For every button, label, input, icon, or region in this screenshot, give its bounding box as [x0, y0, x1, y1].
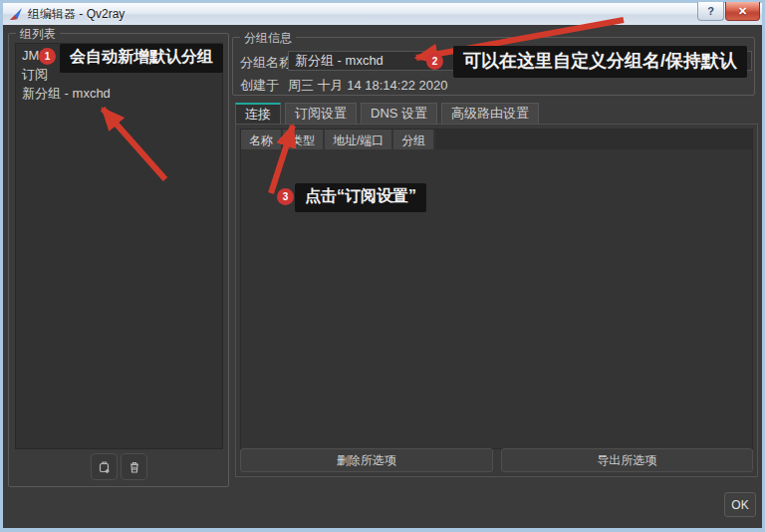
group-list-panel: 组列表 JMS 订阅 新分组 - mxchd: [8, 33, 229, 487]
dialog-client: 组列表 JMS 订阅 新分组 - mxchd: [3, 25, 762, 528]
tab-advanced-route-settings[interactable]: 高级路由设置: [441, 103, 539, 124]
titlebar: 组编辑器 - Qv2ray ? ✕: [3, 3, 762, 25]
help-button[interactable]: ?: [697, 2, 724, 21]
group-list-item-jms[interactable]: JMS: [16, 44, 222, 65]
group-list-label: 组列表: [16, 26, 60, 43]
group-list[interactable]: JMS 订阅 新分组 - mxchd: [15, 43, 223, 449]
add-group-icon: [98, 460, 112, 474]
connections-table-header: 名称 类型 地址/端口 分组: [241, 130, 752, 149]
delete-group-button[interactable]: [121, 453, 147, 480]
group-info-panel: 分组信息 分组名称 创建于 周三 十月 14 18:14:22 2020: [232, 37, 755, 96]
ok-button[interactable]: OK: [724, 492, 756, 517]
connections-table[interactable]: 名称 类型 地址/端口 分组: [240, 129, 753, 449]
connections-tab-page: 名称 类型 地址/端口 分组 删除所选项 导出所选项: [235, 124, 758, 477]
tab-connections[interactable]: 连接: [235, 103, 281, 124]
col-name[interactable]: 名称: [241, 130, 283, 149]
window-title: 组编辑器 - Qv2ray: [28, 6, 125, 23]
trash-icon: [128, 460, 141, 474]
help-icon: ?: [707, 5, 714, 17]
tab-dns-settings[interactable]: DNS 设置: [361, 103, 437, 124]
close-icon: ✕: [738, 5, 747, 18]
group-info-label: 分组信息: [240, 30, 296, 47]
group-list-item-subscription[interactable]: 订阅: [16, 65, 222, 84]
group-name-input[interactable]: [288, 51, 752, 71]
created-at-value: 周三 十月 14 18:14:22 2020: [288, 77, 447, 95]
group-editor-window: 组编辑器 - Qv2ray ? ✕ 组列表 JMS 订阅 新分组 - mxchd: [0, 0, 765, 532]
group-name-label: 分组名称: [240, 54, 292, 72]
delete-selected-button[interactable]: 删除所选项: [240, 448, 493, 472]
caption-buttons: ? ✕: [697, 2, 760, 21]
group-list-item-new-group[interactable]: 新分组 - mxchd: [16, 84, 222, 103]
close-button[interactable]: ✕: [725, 2, 760, 21]
add-group-button[interactable]: [91, 453, 118, 480]
created-at-label: 创建于: [240, 77, 279, 95]
connections-actions: 删除所选项 导出所选项: [240, 448, 753, 472]
tab-subscription-settings[interactable]: 订阅设置: [285, 103, 357, 124]
export-selected-button[interactable]: 导出所选项: [501, 448, 754, 472]
col-group[interactable]: 分组: [393, 130, 435, 149]
col-address-port[interactable]: 地址/端口: [325, 130, 393, 149]
app-icon: [9, 7, 23, 21]
col-type[interactable]: 类型: [283, 130, 325, 149]
settings-tabbar: 连接 订阅设置 DNS 设置 高级路由设置: [235, 103, 539, 124]
